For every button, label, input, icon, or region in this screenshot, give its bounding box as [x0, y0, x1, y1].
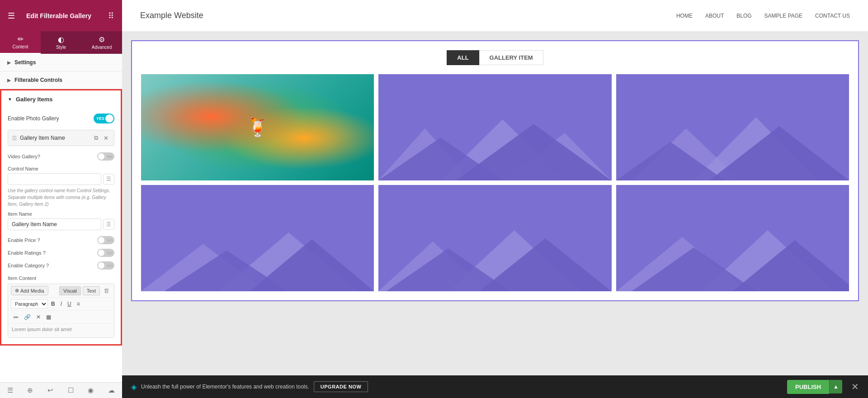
gallery-cell-2	[378, 74, 611, 180]
gallery-container: ALL GALLERY ITEM 🍹	[131, 40, 859, 301]
item-name-input[interactable]	[8, 218, 101, 230]
sidebar-bottom-bar: ☰ ⊕ ↩ ☐ ◉ ☁	[0, 382, 122, 398]
enable-price-row: Enable Price ? NO	[8, 234, 114, 246]
website-brand: Example Website	[140, 11, 203, 20]
sidebar-bottom-settings[interactable]: ◉	[88, 386, 94, 394]
close-upgrade-btn[interactable]: ✕	[851, 381, 859, 392]
enable-category-row: Enable Category ? NO	[8, 259, 114, 272]
sidebar-title: Edit Filterable Gallery	[23, 12, 99, 19]
format-select[interactable]: Paragraph	[11, 299, 48, 308]
settings-section: ▶ Settings	[0, 54, 122, 71]
sidebar-bottom-cloud[interactable]: ☁	[108, 386, 115, 394]
enable-price-toggle[interactable]: NO	[97, 236, 114, 244]
item-content-label: Item Content	[8, 275, 114, 281]
sidebar-bottom-view[interactable]: ☐	[68, 386, 74, 394]
nav-about[interactable]: ABOUT	[705, 13, 724, 19]
text-btn[interactable]: Text	[83, 286, 100, 295]
gallery-wrapper: ALL GALLERY ITEM 🍹	[122, 31, 868, 375]
sidebar-topbar: ☰ Edit Filterable Gallery ⠿	[0, 0, 122, 31]
gallery-grid: 🍹	[141, 74, 849, 291]
sidebar-tabs: ✏ Content ◐ Style ⚙ Advanced	[0, 31, 122, 54]
gallery-cell-6	[616, 185, 849, 291]
gallery-item-card-name: Gallery Item Name	[20, 135, 92, 141]
grid-icon[interactable]: ⠿	[99, 11, 122, 21]
sidebar-bottom-add[interactable]: ⊕	[27, 386, 33, 394]
website-navbar: Example Website HOME ABOUT BLOG SAMPLE P…	[122, 0, 868, 31]
gallery-cell-4	[141, 185, 374, 291]
nav-blog[interactable]: BLOG	[736, 13, 751, 19]
tab-style[interactable]: ◐ Style	[41, 31, 81, 54]
tab-advanced[interactable]: ⚙ Advanced	[81, 31, 122, 54]
gallery-cell-3	[616, 74, 849, 180]
underline-btn[interactable]: U	[65, 299, 74, 308]
gallery-item-card: ☰ Gallery Item Name ⧉ ✕	[8, 130, 114, 146]
upgrade-message: Unleash the full power of Elementor's fe…	[141, 384, 309, 390]
enable-ratings-toggle[interactable]: NO	[97, 249, 114, 257]
nav-sample[interactable]: SAMPLE PAGE	[764, 13, 802, 19]
video-gallery-row: Video Gallery? NO	[8, 151, 114, 162]
copy-item-btn[interactable]: ⧉	[92, 133, 100, 142]
publish-btn[interactable]: PUBLISH	[787, 380, 829, 394]
gallery-cell-1: 🍹	[141, 74, 374, 180]
align-btn[interactable]: ≡	[75, 299, 82, 308]
sidebar-bottom-menu[interactable]: ☰	[7, 386, 13, 394]
table-btn[interactable]: ▦	[44, 313, 53, 322]
website-menu: HOME ABOUT BLOG SAMPLE PAGE CONTACT US	[676, 13, 850, 19]
filterable-controls-section: ▶ Filterable Controls	[0, 71, 122, 89]
gallery-items-section: ▼ Gallery Items Enable Photo Gallery YES	[0, 89, 122, 346]
video-gallery-toggle[interactable]: NO	[97, 152, 114, 161]
italic-btn[interactable]: I	[58, 299, 64, 308]
enable-category-toggle[interactable]: NO	[97, 261, 114, 270]
add-media-btn[interactable]: ⊕ Add Media	[11, 286, 48, 295]
content-preview: Lorem ipsum dolor sit amet	[8, 324, 114, 337]
publish-arrow-btn[interactable]: ▲	[829, 380, 842, 393]
delete-item-btn[interactable]: ✕	[102, 133, 110, 142]
trash-btn[interactable]: 🗑	[102, 286, 111, 295]
filter-tab-all[interactable]: ALL	[447, 50, 479, 65]
filterable-controls-header[interactable]: ▶ Filterable Controls	[0, 71, 122, 89]
upgrade-icon: ◈	[131, 383, 137, 391]
bold-btn[interactable]: B	[49, 299, 57, 308]
gallery-cell-5	[378, 185, 611, 291]
filter-tab-item[interactable]: GALLERY ITEM	[479, 50, 543, 65]
nav-home[interactable]: HOME	[676, 13, 693, 19]
enable-photo-gallery-row: Enable Photo Gallery YES	[8, 110, 114, 127]
photo-gallery-toggle[interactable]: YES	[94, 114, 114, 123]
sidebar-bottom-history[interactable]: ↩	[47, 386, 53, 394]
link-btn[interactable]: 🔗	[22, 313, 33, 322]
item-name-sort[interactable]: ☰	[103, 219, 114, 230]
visual-btn[interactable]: Visual	[59, 286, 81, 295]
upgrade-now-btn[interactable]: UPGRADE NOW	[314, 381, 368, 392]
upgrade-bar: ◈ Unleash the full power of Elementor's …	[122, 375, 868, 398]
control-name-hint: Use the gallery control name from Contro…	[8, 187, 114, 208]
nav-contact[interactable]: CONTACT US	[815, 13, 850, 19]
gallery-items-header[interactable]: ▼ Gallery Items	[1, 90, 121, 108]
hamburger-icon[interactable]: ☰	[0, 11, 23, 21]
control-name-label: Control Name	[8, 166, 114, 171]
unlink-btn[interactable]: ✕	[34, 313, 43, 322]
list-btn[interactable]: ≔	[11, 313, 21, 322]
control-name-input[interactable]	[8, 173, 101, 185]
rich-text-editor: ⊕ Add Media Visual Text 🗑	[8, 284, 114, 338]
settings-header[interactable]: ▶ Settings	[0, 54, 122, 71]
tab-content[interactable]: ✏ Content	[0, 31, 41, 54]
enable-ratings-row: Enable Ratings ? NO	[8, 246, 114, 259]
item-name-label: Item Name	[8, 211, 114, 217]
control-name-sort[interactable]: ☰	[103, 174, 114, 185]
filter-tabs: ALL GALLERY ITEM	[141, 50, 849, 65]
